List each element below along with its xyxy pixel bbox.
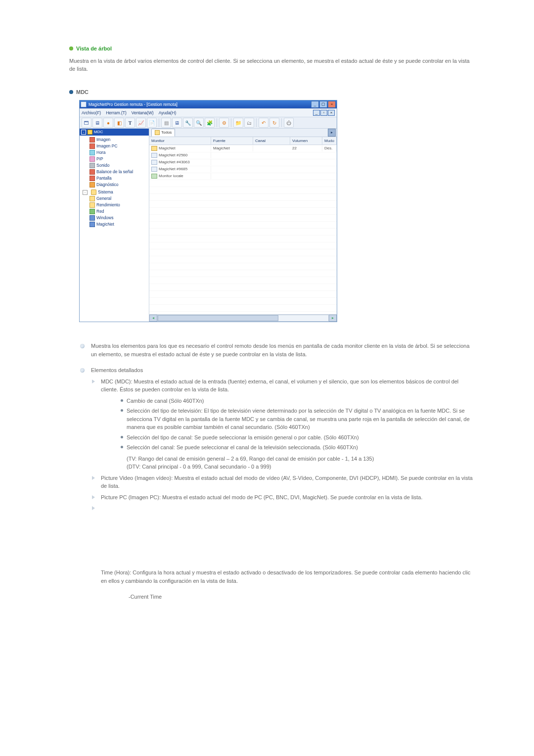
scroll-thumb[interactable] — [158, 315, 278, 321]
item-picture-video: Picture Video (Imagen vídeo): Muestra el… — [69, 474, 475, 490]
item-time: Time (Hora): Configura la hora actual y … — [69, 568, 475, 585]
maximize-button[interactable]: ▢ — [319, 101, 327, 108]
item-picture-pc: Picture PC (Imagen PC): Muestra el estad… — [69, 493, 475, 502]
horizontal-scrollbar[interactable]: ◂ ▸ — [149, 314, 337, 322]
tree-item-imagen-pc[interactable]: Imagen PC — [89, 143, 147, 149]
tree-item-magicnet[interactable]: MagicNet — [89, 221, 147, 228]
tree-item-general[interactable]: General — [89, 195, 147, 202]
app-window: MagicNetPro Gestion remota - [Gestion re… — [79, 100, 337, 322]
tree-item-hora[interactable]: Hora — [89, 149, 147, 156]
toolbar-icon[interactable]: ↶ — [259, 118, 268, 128]
tab-todos[interactable]: Todos — [151, 129, 175, 137]
text: Picture Video (Imagen vídeo): Muestra el… — [101, 475, 473, 489]
folder-icon — [91, 189, 96, 195]
col-canal[interactable]: Canal — [253, 137, 290, 144]
section-title: Vista de árbol — [76, 45, 112, 53]
bullet-icon — [69, 90, 73, 94]
toolbar-icon[interactable]: 📁 — [233, 118, 243, 128]
col-volumen[interactable]: Volumen — [290, 137, 322, 144]
tree-item-pantalla[interactable]: Pantalla — [89, 175, 147, 182]
table-row[interactable]: MagicNet MagicNet 22 Des. — [149, 145, 337, 152]
tree-icon — [89, 202, 95, 208]
mdi-restore-button[interactable]: ▫ — [320, 110, 327, 116]
tree-item-balance[interactable]: Balance de la señal — [89, 169, 147, 175]
toolbar-power-icon[interactable]: ⏻ — [284, 118, 294, 128]
toolbar-icon[interactable]: ◧ — [114, 118, 124, 128]
mdi-close-button[interactable]: × — [328, 110, 335, 116]
tree-item-sonido[interactable]: Sonido — [89, 162, 147, 169]
tree-icon — [89, 156, 95, 162]
tree-item-red[interactable]: Red — [89, 208, 147, 215]
titlebar: MagicNetPro Gestion remota - [Gestion re… — [80, 100, 337, 108]
toolbar-icon[interactable]: 🗂 — [244, 118, 254, 128]
bullet-sel-canal: Selección del canal: Se puede selecciona… — [121, 443, 475, 452]
col-fuente[interactable]: Fuente — [211, 137, 253, 144]
scroll-left-button[interactable]: ◂ — [149, 315, 157, 322]
toolbar-separator — [217, 118, 217, 127]
table-row[interactable]: MagicNet #43063 — [149, 159, 337, 166]
toolbar-icon[interactable]: 🧩 — [205, 118, 215, 128]
scroll-right-button[interactable]: ▸ — [329, 315, 337, 322]
cell: 22 — [292, 145, 297, 151]
cell: Monitor locale — [159, 173, 183, 179]
tree-item-pip[interactable]: PIP — [89, 156, 147, 162]
toolbar-icon[interactable]: 📄 — [147, 118, 157, 128]
cell: MagicNet — [159, 145, 176, 151]
toolbar-icon[interactable]: ▤ — [161, 118, 171, 128]
toolbar-icon[interactable]: ⚙ — [219, 118, 229, 128]
list-pane: Todos ▸ Monitor Fuente Canal Volumen Mud… — [149, 129, 337, 322]
col-mudo[interactable]: Mudo — [322, 137, 337, 144]
scroll-track[interactable] — [157, 315, 329, 322]
toolbar-icon[interactable]: 📈 — [136, 118, 146, 128]
bullet-tipo-canal: Selección del tipo de canal: Se puede se… — [121, 433, 475, 442]
toolbar-icon[interactable]: 🔧 — [183, 118, 193, 128]
table-row[interactable]: MagicNet #2560 — [149, 152, 337, 159]
cell: Des. — [324, 145, 332, 151]
text: Elementos detallados — [91, 367, 143, 373]
menu-ventana[interactable]: Ventana(W) — [132, 110, 154, 116]
table-row[interactable]: Monitor locale — [149, 173, 337, 180]
text: Selección del tipo de canal: Se puede se… — [127, 434, 359, 440]
close-button[interactable]: × — [328, 101, 336, 108]
section-paragraph: Muestra en la vista de árbol varios elem… — [69, 57, 475, 73]
text: MDC (MDC): Muestra el estado actual de l… — [101, 378, 458, 393]
tree-header[interactable]: - MDC — [80, 129, 149, 136]
tree-collapse-icon[interactable]: - — [81, 130, 86, 135]
mdi-minimize-button[interactable]: _ — [313, 110, 320, 116]
monitor-icon — [151, 160, 157, 165]
tree-item-rendimiento[interactable]: Rendimiento — [89, 202, 147, 208]
menu-herramientas[interactable]: Herram.(T) — [106, 110, 127, 116]
bullet-icon — [69, 47, 73, 50]
toolbar-icon[interactable]: ● — [103, 118, 113, 128]
tree-item-imagen[interactable]: Imagen — [89, 137, 147, 143]
toolbar-icon[interactable]: 🔍 — [194, 118, 204, 128]
toolbar-separator — [256, 118, 257, 127]
toolbar-icon[interactable]: 🖥 — [92, 118, 102, 128]
toolbar-icon[interactable]: ↻ — [269, 118, 279, 128]
minimize-button[interactable]: _ — [311, 101, 319, 108]
toolbar-icon[interactable]: T — [125, 118, 135, 128]
table-row[interactable]: MagicNet #9685 — [149, 166, 337, 173]
menu-archivo[interactable]: Archivo(F) — [82, 110, 101, 116]
tree-icon — [89, 196, 95, 201]
elementos-detallados-head: Elementos detallados — [69, 366, 475, 375]
tree-node-sistema[interactable]: - Sistema — [83, 189, 147, 195]
paragraph-tree-desc: Muestra los elementos para los que es ne… — [69, 342, 475, 358]
tab-label: Todos — [161, 130, 172, 136]
tab-scroll-button[interactable]: ▸ — [328, 129, 336, 137]
tree-icon — [89, 163, 95, 168]
tree-item-diagnostico[interactable]: Diagnóstico — [89, 182, 147, 188]
col-monitor[interactable]: Monitor — [149, 137, 211, 144]
tree-expand-icon[interactable]: - — [83, 190, 88, 195]
tree-icon — [89, 150, 95, 155]
toolbar: 🗔 🖥 ● ◧ T 📈 📄 ▤ 🖥 🔧 🔍 🧩 ⚙ 📁 🗂 ↶ ↻ ⏻ — [80, 117, 337, 129]
text: Selección del tipo de televisión: El tip… — [127, 408, 470, 430]
toolbar-icon[interactable]: 🖥 — [172, 118, 182, 128]
menu-ayuda[interactable]: Ayuda(H) — [159, 110, 177, 116]
tab-icon — [155, 130, 160, 135]
tree-sidebar: - MDC Imagen Imagen PC Hora PIP Sonido B… — [80, 129, 149, 322]
toolbar-icon[interactable]: 🗔 — [82, 118, 91, 128]
window-buttons: _ ▢ × — [311, 101, 336, 108]
tree-item-windows[interactable]: Windows — [89, 215, 147, 221]
range-dtv: (DTV: Canal principal - 0 a 999, Canal s… — [69, 463, 475, 471]
